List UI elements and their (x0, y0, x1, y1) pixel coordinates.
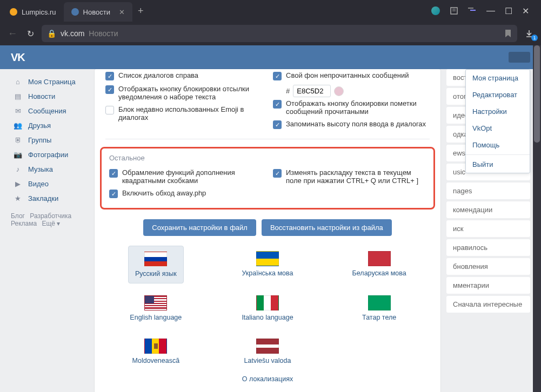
address-field[interactable]: 🔒 vk.com Новости (42, 25, 517, 42)
option-row: Блок недавно использованных Emoji в диал… (105, 103, 262, 124)
sidebar-icon: ♪ (13, 165, 23, 173)
color-hex-input[interactable] (293, 85, 331, 97)
close-button[interactable]: ✕ (522, 6, 529, 16)
sidebar-item[interactable]: ▤Новости (11, 89, 92, 104)
language-option[interactable]: English language (123, 290, 188, 327)
right-tab[interactable]: нравилось (446, 239, 530, 256)
window-controls: — ☐ ✕ (431, 6, 539, 16)
language-option[interactable]: Moldovenească (126, 333, 186, 370)
extension-icon[interactable] (431, 6, 440, 15)
option-row: ✓Изменять раскладку текста в текущем пол… (273, 166, 426, 187)
sidebar-label: Друзья (28, 121, 51, 130)
language-option[interactable]: Italiano language (235, 290, 299, 327)
checkbox[interactable]: ✓ (273, 120, 282, 129)
sidebar-item[interactable]: ♪Музыка (11, 162, 92, 177)
restore-settings-button[interactable]: Восстановить настройки из файла (262, 219, 392, 236)
language-option[interactable]: Latviešu valoda (238, 333, 298, 370)
address-path: Новости (89, 29, 118, 38)
sidebar-item[interactable]: 📷Фотографии (11, 147, 92, 162)
right-tab[interactable]: Сначала интересные (446, 296, 530, 313)
reader-icon[interactable] (450, 6, 458, 15)
dropdown-item[interactable]: Редактироват (466, 86, 530, 103)
right-tab[interactable]: комендации (446, 201, 530, 218)
option-row: ✓Список диалогов справа (105, 69, 262, 83)
option-label: Список диалогов справа (118, 71, 198, 79)
new-tab-button[interactable]: + (132, 5, 149, 17)
browser-tab[interactable]: Lumpics.ru (2, 2, 64, 22)
checkbox[interactable]: ✓ (273, 169, 282, 178)
sidebar-icon: ✉ (13, 107, 23, 115)
language-label: Русский язык (135, 270, 177, 278)
right-tab[interactable]: мментарии (446, 277, 530, 294)
sidebar-item[interactable]: ✉Сообщения (11, 104, 92, 118)
footer-link[interactable]: Реклама (11, 220, 37, 227)
dropdown-item[interactable]: Настройки (466, 103, 530, 120)
checkbox[interactable]: ✓ (273, 100, 282, 109)
sidebar-item[interactable]: ★Закладки (11, 191, 92, 206)
minimize-button[interactable]: — (486, 6, 495, 16)
reload-button[interactable]: ↻ (25, 26, 36, 41)
sidebar: ⌂Моя Страница▤Новости✉Сообщения👥Друзья⛨Г… (11, 75, 92, 227)
checkbox[interactable]: ✓ (109, 169, 118, 178)
option-row: ✓Обрамление функций дополнения квадратны… (109, 166, 262, 187)
checkbox[interactable]: ✓ (105, 85, 114, 94)
option-row: ✓Запоминать высоту поля ввода в диалогах (273, 118, 430, 131)
dropdown-item[interactable]: VkOpt (466, 120, 530, 137)
sidebar-label: Музыка (28, 165, 53, 173)
flag-icon (256, 295, 279, 310)
sidebar-item[interactable]: ⌂Моя Страница (11, 75, 92, 89)
language-label: Italiano language (242, 314, 293, 321)
flag-icon (144, 252, 167, 267)
footer-link[interactable]: Разработчика (30, 212, 71, 220)
option-row: ✓Отображать кнопку блокировки отсылки ув… (105, 83, 262, 103)
scrollbar-thumb[interactable] (534, 45, 540, 143)
language-option[interactable]: Українська мова (235, 246, 299, 283)
vk-logo[interactable]: VK (11, 51, 25, 64)
right-tab[interactable]: иск (446, 220, 530, 237)
downloads-button[interactable]: 1 (523, 27, 536, 40)
browser-tab-active[interactable]: Новости ✕ (64, 2, 132, 22)
scrollbar-track[interactable] (533, 45, 541, 392)
option-label: Отображать кнопку блокировки пометки соо… (286, 99, 430, 116)
address-domain: vk.com (61, 29, 84, 38)
maximize-button[interactable]: ☐ (505, 6, 512, 16)
flag-icon (368, 295, 391, 310)
checkbox[interactable]: ✓ (109, 190, 118, 198)
divider (105, 139, 430, 139)
sidebar-icon: 👥 (13, 121, 23, 130)
right-tab[interactable]: nages (446, 183, 530, 199)
language-option[interactable]: Беларуская мова (346, 246, 413, 283)
tab-close-icon[interactable]: ✕ (119, 8, 125, 16)
back-button[interactable]: ← (5, 26, 19, 42)
flag-icon (256, 339, 279, 354)
checkbox[interactable]: ✓ (273, 72, 282, 80)
footer-link[interactable]: Блог (11, 212, 25, 220)
dropdown-item[interactable]: Помощь (466, 137, 530, 153)
language-grid: Русский языкУкраїнська моваБеларуская мо… (105, 246, 430, 370)
save-settings-button[interactable]: Сохранить настройки в файл (143, 219, 256, 236)
sidebar-item[interactable]: ▶Видео (11, 177, 92, 191)
bookmark-icon[interactable] (504, 29, 512, 38)
checkbox[interactable] (105, 106, 114, 114)
about-localizations-link[interactable]: О локализациях (105, 375, 430, 383)
vk-header-right[interactable] (509, 52, 530, 63)
download-badge: 1 (531, 35, 538, 41)
dropdown-item[interactable]: Выйти (466, 156, 530, 173)
tab-bar: Lumpics.ru Новости ✕ + — ☐ ✕ (0, 0, 541, 22)
language-option[interactable]: Татар теле (356, 290, 403, 327)
option-label: Блок недавно использованных Emoji в диал… (118, 105, 262, 121)
footer-link[interactable]: Ещё ▾ (42, 220, 60, 227)
flag-icon (144, 295, 167, 310)
sidebar-icon: ▶ (13, 180, 23, 188)
tab-favicon (10, 8, 17, 16)
sidebar-item[interactable]: 👥Друзья (11, 118, 92, 133)
dropdown-item[interactable]: Моя страница (466, 70, 530, 86)
color-swatch[interactable] (334, 86, 344, 96)
sidebar-icon: ★ (13, 194, 23, 202)
right-tab[interactable]: бновления (446, 258, 530, 275)
language-option[interactable]: Русский язык (128, 246, 184, 283)
checkbox[interactable]: ✓ (105, 72, 114, 80)
extension2-icon[interactable] (468, 8, 477, 14)
flag-icon (256, 251, 279, 266)
sidebar-item[interactable]: ⛨Группы (11, 133, 92, 147)
